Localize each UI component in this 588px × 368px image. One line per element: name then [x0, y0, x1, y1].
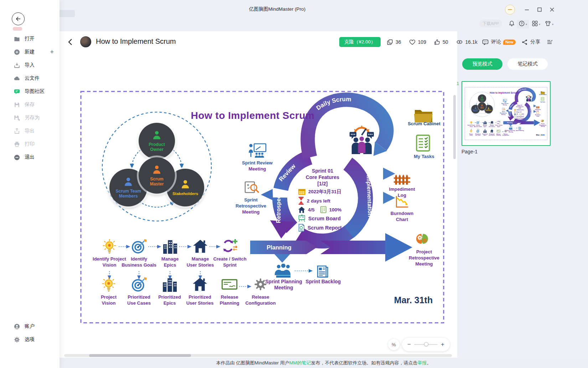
workflow-label: Vision	[101, 300, 117, 306]
comment-button[interactable]: 评论 New	[482, 37, 516, 47]
window-minimize-button[interactable]	[521, 5, 532, 14]
zoom-slider-knob[interactable]	[424, 342, 428, 346]
theme-shirt-button[interactable]: ▾	[545, 20, 553, 28]
document-title: How to Implement Scrum	[96, 37, 176, 46]
scrum-cabinet-label: Scrum Cabinet	[408, 121, 440, 127]
heart-icon	[409, 39, 416, 46]
my-tasks-icon	[415, 134, 431, 153]
calendar-icon	[298, 188, 306, 195]
import-icon	[14, 62, 20, 69]
sidebar-item-label: 打印	[25, 141, 35, 147]
product-owner-person-icon	[151, 130, 162, 142]
sidebar-item-label: 账户	[25, 323, 35, 330]
notifications-bell-icon[interactable]	[509, 20, 515, 28]
sidebar-item-cloud[interactable]: 云文件	[0, 72, 60, 84]
zoom-out-button[interactable]: −	[407, 341, 412, 348]
new-badge: New	[503, 40, 516, 45]
stat-heart[interactable]: 109	[409, 39, 426, 46]
preview-mode-tab[interactable]: 预览模式	[462, 58, 502, 70]
sidebar-item-label: 云文件	[25, 75, 40, 82]
back-chevron-button[interactable]	[66, 38, 75, 46]
scrum-team-person-icon	[123, 177, 134, 189]
my-tasks-label: My Tasks	[414, 153, 434, 159]
sidebar-item-import[interactable]: 导入	[0, 59, 60, 71]
outline-toggle-button[interactable]	[546, 37, 553, 47]
sidebar-item-save: 保存	[0, 99, 60, 111]
sidebar-item-community[interactable]: 导图社区	[0, 85, 60, 98]
copies-icon	[387, 39, 393, 46]
window-maximize-button[interactable]	[534, 5, 545, 14]
burndown-chart-label: Burndown Chart	[391, 210, 413, 222]
clone-button[interactable]: 克隆（¥2.00）	[339, 37, 381, 47]
window-title: 亿图脑图MindMaster (Pro)	[0, 6, 555, 12]
gear-small-icon	[14, 336, 20, 343]
footer-disclaimer: 本作品由 亿图脑图MindMaster 用户 MM的笔记 发布，不代表亿图软件立…	[60, 358, 588, 368]
scrum-report-icon	[298, 224, 305, 232]
workflow-label: Release	[220, 294, 239, 300]
sidebar-item-label: 打开	[25, 36, 35, 42]
workflow-label: Configuration	[245, 300, 275, 306]
svg-text:Retrospect: Retrospect	[509, 110, 511, 117]
lightbulb-icon	[101, 276, 117, 293]
sidebar-item-save-as: 另存为	[0, 112, 60, 124]
workflow-label: Release	[245, 294, 275, 300]
help-menu-button[interactable]: ?▾	[517, 20, 529, 28]
window-close-button[interactable]	[547, 5, 557, 14]
apps-grid-button[interactable]: ▾	[532, 20, 540, 28]
project-retrospective-meeting-label: Project Retrospective Meeting	[409, 249, 439, 267]
stat-eye[interactable]: 16.1k	[456, 39, 478, 45]
note-mode-tab[interactable]: 笔记模式	[507, 58, 548, 70]
new-file-plus-button[interactable]: +	[50, 48, 54, 56]
vertical-scrollbar[interactable]	[453, 95, 456, 159]
author-link[interactable]: MM的笔记	[289, 360, 311, 366]
page-number: 1	[457, 81, 459, 86]
sprint-retrospective-meeting-label: Sprint Retrospective Meeting	[236, 197, 266, 215]
sidebar-item-exit[interactable]: 退出	[0, 151, 60, 163]
sidebar-item-label: 退出	[25, 154, 35, 161]
share-button[interactable]: 分享	[521, 37, 540, 47]
vip-member-icon[interactable]	[505, 5, 515, 15]
page-thumbnail[interactable]: Review Retrospect Implementation Plannin…	[461, 81, 551, 146]
report-link[interactable]: 举报	[417, 360, 427, 366]
stat-thumbs-up[interactable]: 50	[434, 39, 448, 46]
stat-value: 36	[396, 39, 401, 45]
sidebar-item-plus-circle[interactable]: 新建+	[0, 46, 60, 58]
fit-zoom-button[interactable]: %	[388, 339, 399, 350]
stat-copies[interactable]: 36	[387, 39, 401, 46]
sidebar-item-label: 保存	[25, 101, 35, 108]
menu-back-button[interactable]	[12, 12, 25, 25]
scrum-diagram: Review Retrospect Implementation Plannin…	[464, 86, 548, 141]
horizontal-scrollbar-thumb[interactable]	[89, 354, 191, 357]
sprint-retrospective-meeting-icon	[244, 181, 261, 195]
export-icon	[14, 128, 20, 135]
author-avatar[interactable]	[80, 36, 91, 47]
sprint-loop-icon	[221, 238, 238, 254]
svg-text:Planning: Planning	[507, 122, 513, 123]
svg-text:?: ?	[521, 22, 523, 25]
workflow-sprint-loop-item: Create / SwitchSprint	[207, 238, 253, 268]
sprint-backlog-label: Sprint Backlog	[306, 279, 341, 285]
sidebar-item-user[interactable]: 账户	[0, 320, 60, 332]
sidebar-item-gear-small[interactable]: 选项	[0, 333, 60, 346]
download-app-button[interactable]: 下载APP	[479, 20, 502, 27]
buildings-icon	[161, 276, 178, 293]
sidebar-item-label: 选项	[25, 336, 35, 343]
diagram-title: How to Implement Scrum	[191, 110, 314, 121]
zoom-slider[interactable]	[414, 344, 438, 345]
zoom-in-button[interactable]: +	[440, 341, 445, 348]
role-product-owner: Product Owner	[139, 123, 175, 159]
date-note: Mar. 31th	[394, 295, 433, 305]
folder-icon	[14, 36, 20, 42]
user-icon	[14, 323, 20, 330]
stat-value: 50	[443, 39, 448, 45]
cheque-icon	[221, 276, 238, 293]
sprint-backlog-icon	[315, 264, 329, 280]
checklist-icon	[320, 206, 327, 213]
house-nv-icon	[192, 276, 208, 293]
community-icon	[14, 88, 20, 95]
stakeholders-person-icon	[180, 179, 191, 191]
burndown-chart-icon	[394, 195, 409, 210]
workflow-label: Create / Switch	[213, 256, 246, 262]
sidebar-item-folder[interactable]: 打开	[0, 33, 60, 45]
share-icon	[521, 39, 528, 46]
